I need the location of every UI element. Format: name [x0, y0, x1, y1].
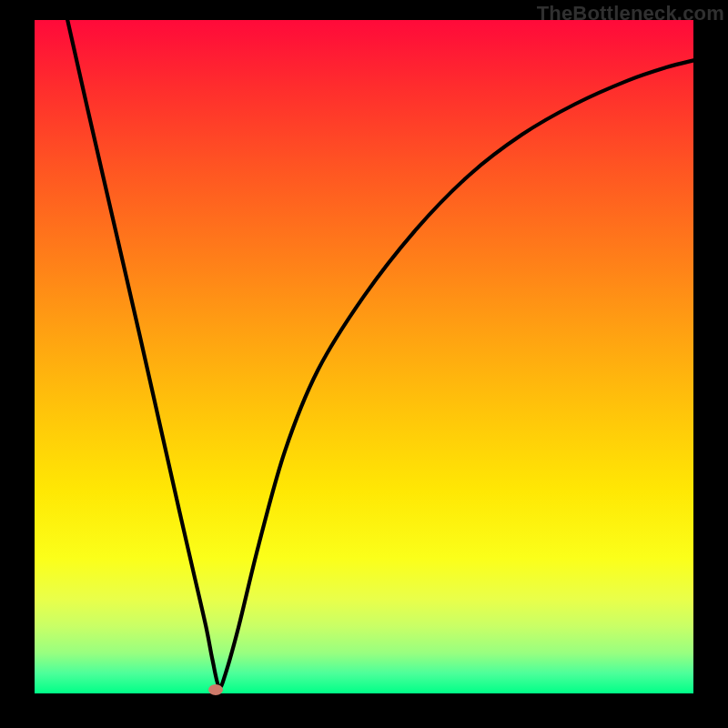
bottleneck-curve	[67, 20, 693, 687]
curve-layer	[35, 20, 693, 693]
chart-stage: TheBottleneck.com	[0, 0, 728, 728]
min-point-marker	[208, 684, 223, 695]
attribution-text: TheBottleneck.com	[537, 2, 724, 25]
plot-area	[35, 20, 693, 693]
